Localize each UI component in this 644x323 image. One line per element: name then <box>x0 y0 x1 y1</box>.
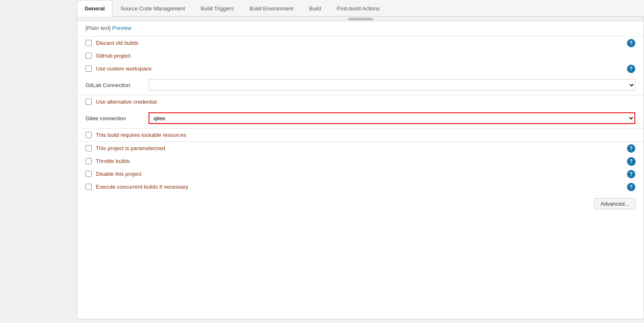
throttle-builds-checkbox[interactable] <box>85 158 92 164</box>
discard-old-builds-row: Discard old builds ? <box>77 36 644 49</box>
disable-project-row: Disable this project ? <box>77 168 644 180</box>
throttle-builds-label[interactable]: Throttle builds <box>96 158 130 164</box>
concurrent-builds-row: Execute concurrent builds if necessary ? <box>77 180 644 193</box>
left-sidebar <box>0 0 77 323</box>
throttle-builds-help-icon[interactable]: ? <box>627 157 635 165</box>
disable-project-label[interactable]: Disable this project <box>96 171 141 177</box>
tab-post-build[interactable]: Post-build Actions <box>329 0 388 17</box>
tab-build-environment[interactable]: Build Environment <box>242 0 301 17</box>
tab-general[interactable]: General <box>77 0 112 17</box>
content-area: [Plain text] Preview Discard old builds … <box>77 17 644 319</box>
concurrent-builds-help-icon[interactable]: ? <box>627 183 635 191</box>
scrollbar-area <box>77 17 644 22</box>
lockable-resources-row: This build requires lockable resources <box>77 129 644 141</box>
concurrent-builds-checkbox[interactable] <box>85 184 92 190</box>
tab-source-code[interactable]: Source Code Management <box>112 0 193 17</box>
use-custom-workspace-help-icon[interactable]: ? <box>627 65 635 73</box>
scrollbar-thumb[interactable] <box>348 18 373 20</box>
advanced-btn-row: Advanced... <box>77 193 644 216</box>
plain-preview-row: [Plain text] Preview <box>77 22 644 36</box>
page-wrapper: General Source Code Management Build Tri… <box>0 0 644 323</box>
github-project-checkbox[interactable] <box>85 53 92 59</box>
gitee-connection-label: Gitee connection <box>85 115 144 121</box>
use-alt-credential-label[interactable]: Use alternative credential <box>96 99 157 105</box>
use-custom-workspace-checkbox[interactable] <box>85 66 92 72</box>
parameterized-row: This project is parameterized ? <box>77 142 644 155</box>
throttle-builds-row: Throttle builds ? <box>77 155 644 168</box>
preview-link[interactable]: Preview <box>112 25 131 31</box>
plain-text-link[interactable]: [Plain text] <box>85 25 111 31</box>
github-project-label[interactable]: GitHub project <box>96 53 130 59</box>
discard-old-builds-checkbox[interactable] <box>85 40 92 46</box>
parameterized-checkbox[interactable] <box>85 145 92 151</box>
use-custom-workspace-label[interactable]: Use custom workspace <box>96 66 151 72</box>
discard-old-builds-help-icon[interactable]: ? <box>627 39 635 47</box>
gitlab-connection-select[interactable] <box>149 79 635 91</box>
advanced-button[interactable]: Advanced... <box>594 198 635 209</box>
concurrent-builds-label[interactable]: Execute concurrent builds if necessary <box>96 184 188 190</box>
tab-build[interactable]: Build <box>301 0 329 17</box>
parameterized-help-icon[interactable]: ? <box>627 144 635 153</box>
use-custom-workspace-row: Use custom workspace ? <box>77 62 644 75</box>
use-alt-credential-checkbox[interactable] <box>85 99 92 105</box>
tabs-bar: General Source Code Management Build Tri… <box>0 0 644 17</box>
lockable-resources-label[interactable]: This build requires lockable resources <box>96 132 186 138</box>
github-project-row: GitHub project <box>77 49 644 62</box>
gitlab-connection-row: GitLab Connection <box>77 75 644 95</box>
gitee-connection-select[interactable]: qitee <box>149 112 635 124</box>
gitlab-connection-label: GitLab Connection <box>85 82 144 88</box>
use-alt-credential-row: Use alternative credential <box>77 95 644 108</box>
lockable-resources-checkbox[interactable] <box>85 132 92 138</box>
disable-project-help-icon[interactable]: ? <box>627 170 635 178</box>
discard-old-builds-label[interactable]: Discard old builds <box>96 40 139 46</box>
parameterized-label[interactable]: This project is parameterized <box>96 145 165 151</box>
tab-build-triggers[interactable]: Build Triggers <box>193 0 242 17</box>
disable-project-checkbox[interactable] <box>85 171 92 177</box>
gitee-connection-row: Gitee connection qitee ? <box>77 108 644 128</box>
